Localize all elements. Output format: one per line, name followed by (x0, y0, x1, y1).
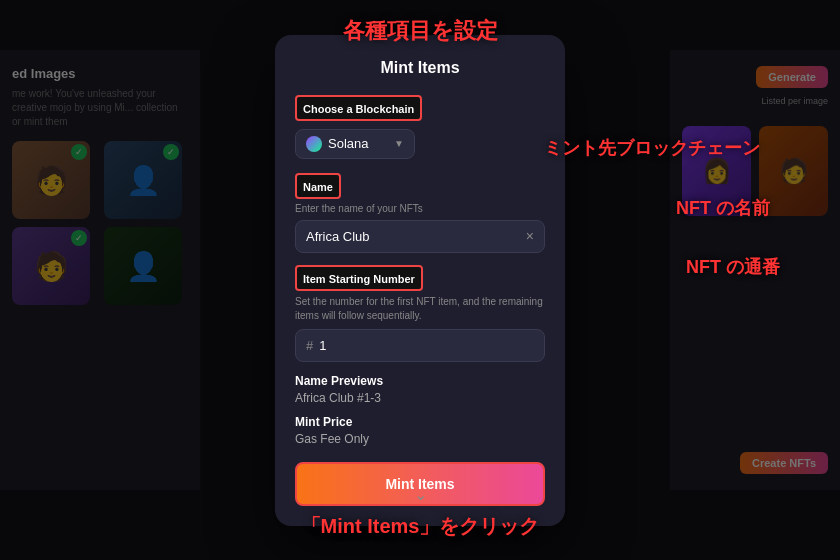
modal-overlay: Mint Items Choose a Blockchain Solana ▼ … (0, 0, 840, 560)
mint-price-value: Gas Fee Only (295, 432, 545, 446)
nft-name-input[interactable]: Africa Club × (295, 220, 545, 253)
blockchain-label: Choose a Blockchain (303, 103, 414, 115)
solana-icon (306, 136, 322, 152)
bottom-annotation: 「Mint Items」をクリック (301, 513, 540, 540)
name-annotation: NFT の名前 (676, 196, 770, 220)
item-number-description: Set the number for the first NFT item, a… (295, 295, 545, 323)
name-label: Name (303, 181, 333, 193)
number-annotation: NFT の通番 (686, 255, 780, 279)
item-number-value: 1 (319, 338, 326, 353)
blockchain-annotation: ミント先ブロックチェーン (544, 136, 760, 160)
hash-symbol: # (306, 338, 313, 353)
clear-name-button[interactable]: × (526, 229, 534, 243)
scroll-indicator: ⌄ (414, 485, 427, 504)
item-number-label: Item Starting Number (303, 273, 415, 285)
mint-items-modal: Mint Items Choose a Blockchain Solana ▼ … (275, 35, 565, 526)
mint-price-section: Mint Price Gas Fee Only (295, 415, 545, 446)
mint-price-label: Mint Price (295, 415, 545, 429)
nft-name-value: Africa Club (306, 229, 370, 244)
blockchain-selected-value: Solana (328, 136, 368, 151)
name-previews-label: Name Previews (295, 374, 545, 388)
name-description: Enter the name of your NFTs (295, 203, 545, 214)
modal-title: Mint Items (295, 59, 545, 77)
name-previews-section: Name Previews Africa Club #1-3 (295, 374, 545, 405)
blockchain-select[interactable]: Solana ▼ (295, 129, 415, 159)
item-number-input[interactable]: # 1 (295, 329, 545, 362)
chevron-down-icon: ▼ (394, 138, 404, 149)
name-previews-value: Africa Club #1-3 (295, 391, 545, 405)
top-annotation: 各種項目を設定 (343, 16, 498, 46)
